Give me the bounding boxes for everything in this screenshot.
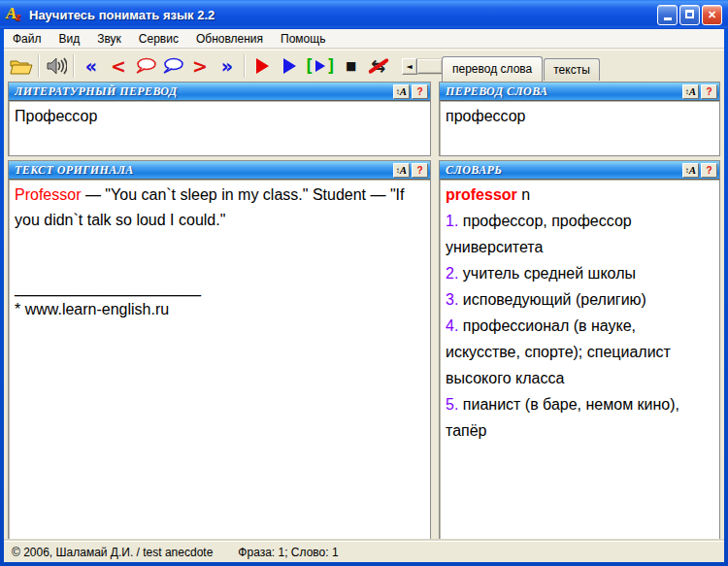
- dictionary-headword-line: professor n: [446, 182, 713, 208]
- original-sentence: Professor — "You can`t sleep in my class…: [15, 183, 424, 233]
- toolbar: « < > »: [4, 50, 724, 82]
- scroll-left-button[interactable]: ◄: [402, 58, 417, 75]
- menu-view[interactable]: Вид: [50, 30, 89, 48]
- panel-title: ПЕРЕВОД СЛОВА: [446, 84, 680, 99]
- app-icon: A z: [6, 5, 25, 24]
- last-phrase-button[interactable]: »: [214, 53, 241, 79]
- maximize-button[interactable]: [679, 5, 700, 25]
- dictionary-entry: 4. профессионал (в науке, искусстве, спо…: [446, 313, 713, 391]
- window-title: Научитесь понимать язык 2.2: [29, 8, 657, 22]
- next-phrase-button[interactable]: >: [186, 53, 214, 79]
- word-translation-header: ПЕРЕВОД СЛОВА ↕A ?: [440, 83, 719, 101]
- word-translation-panel: ПЕРЕВОД СЛОВА ↕A ? профессор: [439, 82, 720, 156]
- status-bar: © 2006, Шаламай Д.И. / test anecdote Фра…: [4, 541, 724, 562]
- part-of-speech: n: [521, 186, 530, 203]
- highlighted-word[interactable]: Professor: [15, 186, 81, 203]
- literary-translation-header: ЛИТЕРАТУРНЫЙ ПЕРЕВОД ↕A ?: [9, 83, 430, 101]
- original-text-panel: ТЕКСТ ОРИГИНАЛА ↕A ? Professor — "You ca…: [8, 160, 431, 540]
- speech-balloon-blue-icon: [161, 57, 184, 75]
- current-word-button[interactable]: [159, 53, 186, 79]
- menu-sound[interactable]: Звук: [88, 30, 130, 48]
- dictionary-header: СЛОВАРЬ ↕A ?: [440, 161, 719, 180]
- left-chevron-icon: <: [111, 57, 126, 76]
- help-button[interactable]: ?: [412, 163, 428, 178]
- dictionary-entry: 2. учитель средней школы: [446, 260, 713, 286]
- dictionary-entry: 3. исповедующий (религию): [446, 286, 713, 313]
- title-bar[interactable]: A z Научитесь понимать язык 2.2 ✕: [0, 0, 728, 29]
- original-text-body[interactable]: Professor — "You can`t sleep in my class…: [9, 180, 430, 539]
- literary-translation-panel: ЛИТЕРАТУРНЫЙ ПЕРЕВОД ↕A ? Профессор: [8, 82, 431, 156]
- panel-title: ТЕКСТ ОРИГИНАЛА: [15, 163, 391, 178]
- current-phrase-button[interactable]: [132, 53, 159, 79]
- prev-phrase-button[interactable]: <: [105, 53, 132, 79]
- double-right-chevron-icon: »: [221, 57, 233, 76]
- source-link: * www.learn-english.ru: [15, 297, 424, 322]
- repeat-toggle-button[interactable]: ⇆: [365, 53, 392, 79]
- bracket-open-icon: [: [304, 57, 314, 75]
- stop-icon: ■: [346, 59, 356, 73]
- copyright-text: © 2006, Шаламай Д.И. / test anecdote: [4, 546, 213, 559]
- font-size-button[interactable]: ↕A: [682, 84, 699, 99]
- play-word-button[interactable]: [276, 53, 303, 79]
- position-status: Фраза: 1; Слово: 1: [213, 546, 338, 559]
- dictionary-body[interactable]: professor n 1. профессор, профессор унив…: [440, 180, 719, 539]
- menu-updates[interactable]: Обновления: [187, 30, 272, 48]
- dictionary-entry: 5. пианист (в баре, немом кино), тапёр: [446, 391, 713, 444]
- word-translation-text[interactable]: профессор: [440, 101, 719, 155]
- tab-word-translation[interactable]: перевод слова: [442, 56, 543, 82]
- open-folder-icon: [10, 57, 33, 76]
- play-phrase-button[interactable]: [248, 53, 276, 79]
- menu-service[interactable]: Сервис: [130, 30, 187, 48]
- toolbar-separator: [244, 54, 246, 78]
- font-size-button[interactable]: ↕A: [393, 84, 410, 99]
- help-button[interactable]: ?: [701, 84, 717, 99]
- menu-help[interactable]: Помощь: [272, 30, 334, 48]
- app-window: A z Научитесь понимать язык 2.2 ✕ Файл В…: [0, 0, 728, 566]
- speech-balloon-red-icon: [134, 57, 157, 75]
- tab-strip: перевод слова тексты: [442, 56, 600, 82]
- font-size-button[interactable]: ↕A: [682, 163, 699, 178]
- speaker-icon: [46, 56, 67, 76]
- right-chevron-icon: >: [192, 57, 208, 76]
- help-button[interactable]: ?: [701, 163, 717, 178]
- font-size-button[interactable]: ↕A: [393, 163, 410, 178]
- play-blue-icon: [283, 58, 296, 74]
- original-text-header: ТЕКСТ ОРИГИНАЛА ↕A ?: [9, 161, 430, 180]
- dictionary-panel: СЛОВАРЬ ↕A ? professor n 1. профессор, п…: [439, 160, 720, 540]
- minimize-button[interactable]: [657, 5, 678, 25]
- first-phrase-button[interactable]: «: [78, 53, 105, 79]
- tab-texts[interactable]: тексты: [544, 58, 600, 82]
- main-area: ЛИТЕРАТУРНЫЙ ПЕРЕВОД ↕A ? Профессор ПЕРЕ…: [4, 81, 724, 541]
- stop-button[interactable]: ■: [338, 53, 365, 79]
- menu-bar: Файл Вид Звук Сервис Обновления Помощь: [4, 29, 724, 49]
- speaker-button[interactable]: [43, 53, 70, 79]
- play-red-icon: [256, 58, 269, 74]
- window-frame: Файл Вид Звук Сервис Обновления Помощь: [4, 29, 724, 562]
- double-left-chevron-icon: «: [85, 57, 97, 76]
- menu-file[interactable]: Файл: [4, 30, 50, 48]
- help-button[interactable]: ?: [412, 84, 428, 99]
- literary-translation-text[interactable]: Профессор: [9, 101, 430, 155]
- panel-title: СЛОВАРЬ: [446, 163, 680, 178]
- scrollbar-thumb[interactable]: [417, 59, 443, 74]
- toolbar-separator: [73, 54, 75, 78]
- play-small-blue-icon: [315, 60, 325, 72]
- open-folder-button[interactable]: [8, 53, 35, 79]
- toolbar-separator: [38, 54, 40, 78]
- bracket-close-icon: ]: [326, 57, 337, 75]
- repeat-off-icon: ⇆: [368, 56, 389, 76]
- panel-title: ЛИТЕРАТУРНЫЙ ПЕРЕВОД: [15, 84, 391, 99]
- footnote-divider: ________________________: [15, 278, 424, 297]
- play-all-button[interactable]: [ ]: [303, 53, 338, 79]
- close-button[interactable]: ✕: [702, 5, 722, 25]
- dictionary-headword: professor: [446, 186, 517, 203]
- dictionary-entry: 1. профессор, профессор университета: [446, 208, 713, 260]
